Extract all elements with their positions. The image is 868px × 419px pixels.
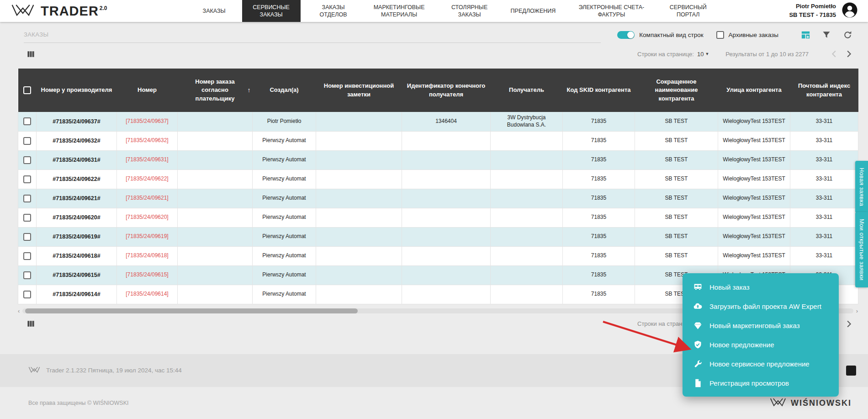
column-header-label: Сокращенное наименование контрагента [655, 78, 698, 101]
row-checkbox[interactable] [23, 291, 31, 298]
column-header-4[interactable]: Создал(а) [253, 69, 316, 112]
nav-item-5[interactable]: СТОЛЯРНЫЕ ЗАКАЗЫ [445, 0, 494, 22]
create-menu-item-1[interactable]: Новый заказ [683, 277, 839, 297]
refresh-icon[interactable] [841, 28, 854, 42]
filter-icon[interactable] [820, 28, 833, 42]
nav-item-2[interactable]: СЕРВИСНЫЕ ЗАКАЗЫ [242, 0, 301, 22]
create-menu-item-2[interactable]: Загрузить файл проекта AW Expert [683, 297, 839, 316]
column-header-label: Номер [138, 86, 157, 93]
column-header-3[interactable]: Номер заказа согласно плательщику↑ [178, 69, 253, 112]
cell-street: WielogłowyTest 153TEST [718, 246, 790, 265]
row-checkbox[interactable] [23, 214, 31, 222]
row-checkbox[interactable] [23, 117, 31, 125]
column-header-1[interactable]: Номер у производителя [37, 69, 117, 112]
footer-widget-button[interactable] [846, 366, 856, 376]
cell-recipient [491, 246, 563, 265]
cell-recipient [491, 150, 563, 170]
cell-postal-code: 33-311 [790, 131, 858, 150]
column-header-9[interactable]: Сокращенное наименование контрагента [635, 69, 718, 112]
prev-page-button[interactable] [828, 47, 842, 61]
cell-number[interactable]: [71835/24/09621] [117, 189, 178, 208]
row-checkbox[interactable] [23, 252, 31, 260]
next-page-button[interactable] [842, 47, 855, 61]
nav-item-7[interactable]: ЭЛЕКТРОННЫЕ СЧЕТА-ФАКТУРЫ [572, 0, 651, 22]
table-row-4[interactable]: #71835/24/09622#[71835/24/09622]Pierwszy… [18, 170, 858, 189]
table-row-6[interactable]: #71835/24/09620#[71835/24/09620]Pierwszy… [18, 208, 858, 227]
cell-number[interactable]: [71835/24/09631] [117, 150, 178, 170]
column-header-7[interactable]: Получатель [491, 69, 563, 112]
cell-number[interactable]: [71835/24/09615] [117, 265, 178, 285]
cell-recipient [491, 131, 563, 150]
column-header-5[interactable]: Номер инвестиционной заметки [316, 69, 402, 112]
cell-skid-code: 71835 [563, 227, 635, 246]
create-menu-item-3[interactable]: Новый маркетинговый заказ [683, 316, 839, 335]
cell-short-name: SB TEST [635, 208, 718, 227]
columns-icon[interactable] [24, 317, 37, 331]
column-header-11[interactable]: Почтовый индекс контрагента [790, 69, 858, 112]
table-row-8[interactable]: #71835/24/09618#[71835/24/09618]Pierwszy… [18, 246, 858, 265]
table-row-5[interactable]: #71835/24/09621#[71835/24/09621]Pierwszy… [18, 189, 858, 208]
nav-item-3[interactable]: ЗАКАЗЫ ОТДЕЛОВ [313, 0, 354, 22]
footer-brand-text: WIŚNIOWSKI [791, 398, 852, 408]
cell-manufacturer-number: #71835/24/09615# [37, 265, 117, 285]
table-row-1[interactable]: #71835/24/09637#[71835/24/09637]Piotr Po… [18, 112, 858, 131]
sort-asc-icon[interactable]: ↑ [248, 86, 251, 95]
select-all-checkbox[interactable] [23, 86, 31, 94]
columns-icon[interactable] [24, 47, 37, 61]
table-row-3[interactable]: #71835/24/09631#[71835/24/09631]Pierwszy… [18, 150, 858, 170]
side-tab-my-open-requests[interactable]: Мои открытые заявки [855, 212, 868, 287]
rows-per-page-label: Строки на странице: [637, 51, 694, 58]
create-menu-item-5[interactable]: Новое сервисное предложение [683, 354, 839, 373]
side-tab-label: Мои открытые заявки [858, 219, 865, 281]
scrollbar-thumb[interactable] [25, 308, 357, 313]
nav-item-6[interactable]: ПРЕДЛОЖЕНИЯ [507, 0, 560, 22]
column-header-label: Улица контрагента [726, 86, 781, 93]
cell-number[interactable]: [71835/24/09637] [117, 112, 178, 131]
add-view-icon[interactable] [799, 28, 812, 42]
column-header-2[interactable]: Номер [117, 69, 178, 112]
nav-item-4[interactable]: МАРКЕТИНГОВЫЕ МАТЕРИАЛЫ [366, 0, 432, 22]
cell-number[interactable]: [71835/24/09632] [117, 131, 178, 150]
scroll-left-icon[interactable]: ‹ [18, 308, 20, 314]
cell-number[interactable]: [71835/24/09619] [117, 227, 178, 246]
table-row-7[interactable]: #71835/24/09619#[71835/24/09619]Pierwszy… [18, 227, 858, 246]
cell-end-recipient-id: 1346404 [402, 112, 491, 131]
column-header-10[interactable]: Улица контрагента [718, 69, 790, 112]
document-icon [693, 378, 703, 388]
scroll-right-icon[interactable]: › [856, 308, 858, 314]
create-menu-item-6[interactable]: Регистрация просмотров [683, 373, 839, 392]
cell-created-by: Pierwszy Automat [253, 246, 316, 265]
avatar[interactable] [842, 2, 858, 20]
archive-orders-checkbox[interactable] [716, 31, 724, 39]
cell-created-by: Pierwszy Automat [253, 208, 316, 227]
column-header-8[interactable]: Код SKID контрагента [563, 69, 635, 112]
column-header-6[interactable]: Идентификатор конечного получателя [402, 69, 491, 112]
next-page-button[interactable] [842, 317, 855, 331]
cell-manufacturer-number: #71835/24/09620# [37, 208, 117, 227]
row-checkbox[interactable] [23, 233, 31, 241]
cell-number[interactable]: [71835/24/09618] [117, 246, 178, 265]
row-checkbox[interactable] [23, 156, 31, 164]
row-checkbox[interactable] [23, 271, 31, 279]
cell-number[interactable]: [71835/24/09622] [117, 170, 178, 189]
cell-investment-note-number [316, 246, 402, 265]
row-checkbox-cell [18, 265, 37, 285]
cell-number[interactable]: [71835/24/09620] [117, 208, 178, 227]
row-checkbox[interactable] [23, 175, 31, 183]
nav-item-label: СЕРВИСНЫЕ ЗАКАЗЫ [250, 4, 292, 19]
compact-view-toggle[interactable] [617, 31, 635, 39]
nav-item-1[interactable]: ЗАКАЗЫ [199, 0, 229, 22]
create-menu-item-label: Новое сервисное предложение [709, 360, 810, 368]
archive-orders-label: Архивные заказы [729, 32, 778, 38]
brand-logo[interactable]: TRADER 2.0 [0, 0, 123, 22]
cell-end-recipient-id [402, 150, 491, 170]
user-account: SB TEST - 71835 [789, 11, 836, 20]
cell-number[interactable]: [71835/24/09614] [117, 285, 178, 304]
create-menu-item-4[interactable]: Новое предложение [683, 335, 839, 354]
row-checkbox[interactable] [23, 137, 31, 145]
rows-per-page-select[interactable]: 10▼ [697, 51, 709, 58]
nav-item-8[interactable]: СЕРВИСНЫЙ ПОРТАЛ [663, 0, 713, 22]
row-checkbox[interactable] [23, 195, 31, 202]
table-row-2[interactable]: #71835/24/09632#[71835/24/09632]Pierwszy… [18, 131, 858, 150]
side-tab-new-request[interactable]: Новая заявка [855, 161, 868, 213]
